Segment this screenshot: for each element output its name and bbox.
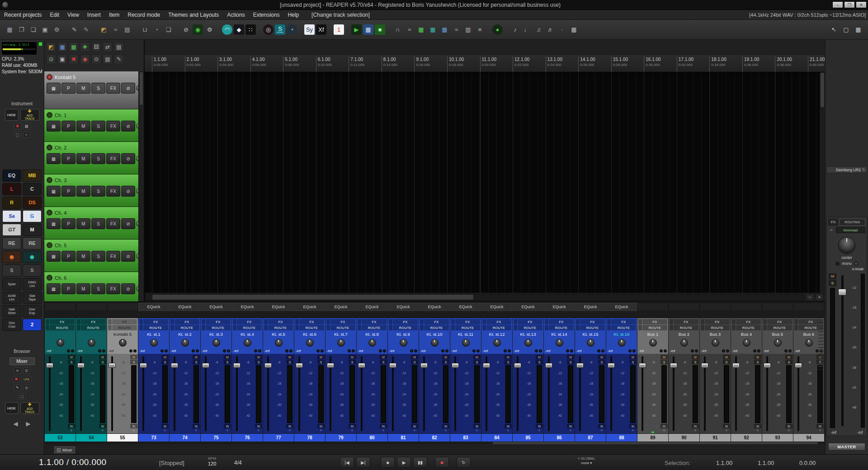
- channel-volume-fader[interactable]: [607, 355, 615, 432]
- zoom-out-button[interactable]: −: [806, 294, 814, 301]
- channel-mute-button[interactable]: M: [785, 355, 793, 359]
- fx-enable-led[interactable]: [701, 319, 704, 324]
- channel-fx-button[interactable]: FX: [518, 319, 542, 324]
- channel-arm-button[interactable]: [383, 349, 386, 352]
- mixer-channel-strip[interactable]: FXROUTE-inf-6-12-18-24-30-42MSINtr53: [45, 303, 75, 442]
- channel-route-button[interactable]: ROUTE: [705, 325, 730, 330]
- route-led[interactable]: [170, 325, 174, 330]
- channel-fx-button[interactable]: FX: [175, 319, 199, 324]
- channel-number[interactable]: 79: [326, 434, 356, 442]
- channel-number[interactable]: 88: [606, 434, 637, 442]
- mixer-channel-strip[interactable]: EQuickFXROUTEKt. st.14-inf-6-12-18-24-30…: [544, 303, 575, 442]
- fader-handle[interactable]: [545, 363, 552, 368]
- master-button[interactable]: MASTER: [828, 443, 865, 451]
- fx-button[interactable]: FX: [106, 283, 120, 294]
- automation-mode-button[interactable]: trim/read: [836, 227, 865, 233]
- channel-input-button[interactable]: IN: [161, 424, 169, 428]
- mixer-dock-tab[interactable]: ✕ Mixer: [54, 446, 75, 453]
- channel-fx-button[interactable]: FX: [486, 319, 511, 324]
- selection-length[interactable]: 0.0.00: [799, 460, 841, 466]
- channel-volume-fader[interactable]: [576, 355, 584, 432]
- channel-volume-fader[interactable]: [389, 355, 397, 432]
- fx-enable-led[interactable]: [46, 319, 49, 324]
- pause-button[interactable]: ▮▮: [413, 457, 427, 468]
- route-led[interactable]: [108, 325, 112, 330]
- channel-fx-button[interactable]: FX: [580, 319, 605, 324]
- route-led[interactable]: [233, 325, 236, 330]
- channel-fx-button[interactable]: FX: [299, 319, 324, 324]
- menu-item-edit[interactable]: Edit: [46, 12, 63, 18]
- channel-input-button[interactable]: IN: [629, 424, 637, 428]
- channel-pan-knob[interactable]: [212, 339, 220, 347]
- audio-device-status[interactable]: [44.1kHz 24bit WAV : 0/2ch 512spls ~12/1…: [749, 12, 866, 18]
- channel-phase-button[interactable]: [628, 349, 632, 352]
- channel-input-button[interactable]: IN: [536, 424, 543, 428]
- channel-mute-button[interactable]: M: [723, 355, 730, 359]
- env-button[interactable]: P: [61, 83, 75, 94]
- fx-enable-led[interactable]: [389, 319, 392, 324]
- grid-quantize-icon[interactable]: ▦: [569, 24, 579, 35]
- phase-button[interactable]: ⊘: [121, 283, 135, 294]
- channel-number[interactable]: 53: [45, 434, 75, 442]
- record-arm-button[interactable]: [47, 145, 52, 150]
- channel-mute-button[interactable]: M: [692, 355, 699, 359]
- channel-volume-fader[interactable]: [638, 355, 646, 432]
- route-led[interactable]: [451, 325, 455, 330]
- channel-route-button[interactable]: ROUTE: [175, 325, 199, 330]
- channel-solo-button[interactable]: S: [349, 360, 356, 364]
- melodyne-icon[interactable]: ◠: [222, 24, 232, 35]
- ruler-measure-mark[interactable]: 21.1.000:40.000: [808, 56, 825, 72]
- master-fader-handle[interactable]: [838, 289, 846, 296]
- channel-number[interactable]: 73: [138, 434, 169, 442]
- ruler-measure-mark[interactable]: 15.1.000:28.000: [611, 56, 628, 72]
- drum-pads-icon[interactable]: ∷: [245, 24, 256, 35]
- mixer-dock-button[interactable]: Mixer: [9, 357, 35, 365]
- route-led[interactable]: [794, 325, 798, 330]
- plugin-tile-valh-shim[interactable]: Valh Shim: [2, 305, 21, 317]
- channel-phase-button[interactable]: [597, 349, 600, 352]
- envelope-icon[interactable]: ≈: [110, 24, 121, 35]
- open-project-icon[interactable]: ❏: [28, 24, 38, 35]
- notes-page-icon[interactable]: ❏: [163, 24, 174, 35]
- channel-volume-fader[interactable]: [46, 355, 54, 432]
- selection-start[interactable]: 1.1.00: [716, 460, 758, 466]
- fader-handle[interactable]: [358, 363, 365, 368]
- master-fx-button[interactable]: FX: [828, 219, 838, 226]
- piano-roll-icon[interactable]: ▥: [463, 24, 473, 35]
- channel-fx-button[interactable]: FX: [112, 319, 137, 324]
- fx-insert-slot[interactable]: EQuick: [170, 303, 200, 311]
- channel-route-button[interactable]: ROUTE: [736, 325, 761, 330]
- phase-button[interactable]: ⊘: [121, 218, 135, 229]
- channel-input-button[interactable]: IN: [99, 424, 106, 428]
- menu-item-actions[interactable]: Actions: [223, 12, 249, 18]
- channel-mute-button[interactable]: M: [567, 355, 574, 359]
- channel-solo-button[interactable]: S: [785, 360, 793, 364]
- fx-enable-led[interactable]: [420, 319, 424, 324]
- channel-input-button[interactable]: IN: [816, 424, 824, 428]
- tcp-scrollbar-thumb[interactable]: [140, 72, 143, 105]
- channel-mute-button[interactable]: M: [660, 355, 668, 359]
- channel-route-button[interactable]: ROUTE: [611, 325, 636, 330]
- fader-handle[interactable]: [452, 363, 459, 368]
- phase-button[interactable]: ⊘: [121, 83, 135, 94]
- route-button[interactable]: ▦: [47, 218, 61, 229]
- channel-solo-button[interactable]: S: [130, 360, 137, 364]
- zoom-in-button[interactable]: +: [815, 294, 824, 301]
- channel-pan-knob[interactable]: [88, 339, 95, 347]
- mixer-channel-strip[interactable]: EQuickFXROUTEKt. st.9-inf-6-12-18-24-30-…: [388, 303, 419, 442]
- route-led[interactable]: [77, 325, 80, 330]
- channel-solo-button[interactable]: S: [598, 360, 605, 364]
- channel-phase-button[interactable]: [379, 349, 382, 352]
- fx-enable-led[interactable]: [170, 319, 174, 324]
- add-track-button[interactable]: ✚ADD TRACK: [20, 109, 39, 121]
- record-arm-icon[interactable]: ◉: [80, 54, 90, 64]
- mixer-zoom-slider[interactable]: [818, 322, 824, 370]
- fx-insert-slot[interactable]: [731, 303, 762, 311]
- channel-pan-knob[interactable]: [337, 339, 345, 347]
- channel-phase-button[interactable]: [441, 349, 444, 352]
- fx-enable-led[interactable]: [264, 319, 268, 324]
- fx-enable-led[interactable]: [763, 319, 767, 324]
- channel-mute-button[interactable]: M: [193, 355, 200, 359]
- channel-number[interactable]: 84: [481, 434, 512, 442]
- channel-solo-button[interactable]: S: [161, 360, 169, 364]
